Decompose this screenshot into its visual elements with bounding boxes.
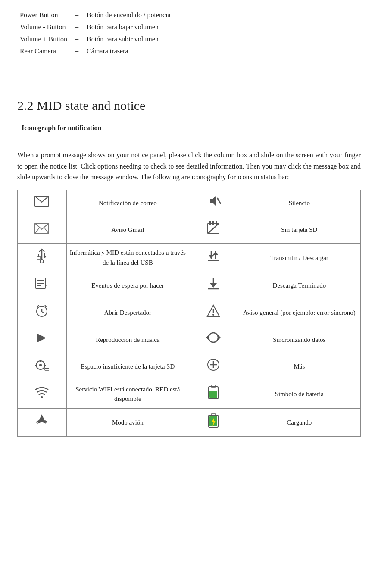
sub-heading: Iconograph for notification — [22, 123, 361, 133]
svg-point-52 — [41, 396, 43, 398]
svg-rect-55 — [209, 391, 217, 398]
svg-line-1 — [217, 198, 221, 204]
svg-point-41 — [39, 364, 42, 366]
icon-table-row: Informática y MID están conectados a tra… — [18, 244, 361, 272]
left-label-2: Informática y MID están conectados a tra… — [66, 244, 189, 272]
svg-line-3 — [35, 228, 39, 234]
icon-table-row: Notificación de correo Silencio — [18, 190, 361, 216]
right-label-7: Símbolo de batería — [238, 380, 360, 408]
left-icon-alarm — [18, 299, 67, 326]
right-label-2: Transmitir / Descargar — [238, 244, 360, 272]
description-text: When a prompt message shows on your noti… — [17, 150, 361, 183]
intro-desc: Botón para subir volumen — [85, 34, 172, 45]
svg-marker-20 — [213, 251, 218, 255]
right-icon-sync — [189, 326, 238, 353]
icon-table-row: Abrir Despertador Aviso general (por eje… — [18, 299, 361, 326]
right-icon-more — [189, 353, 238, 380]
left-label-3: Eventos de espera por hacer — [66, 272, 189, 299]
left-icon-pending: 1 — [18, 272, 67, 299]
left-icon-email — [18, 190, 67, 216]
right-icon-no-sd — [189, 216, 238, 244]
intro-eq: = — [70, 9, 84, 21]
svg-line-32 — [37, 305, 39, 307]
left-label-1: Aviso Gmail — [66, 216, 189, 244]
icon-table-row: Reproducción de música Sincronizando dat… — [18, 326, 361, 353]
svg-rect-6 — [209, 221, 211, 225]
svg-marker-37 — [37, 334, 46, 342]
intro-desc: Botón para bajar volumen — [85, 22, 172, 33]
svg-point-36 — [212, 314, 214, 316]
left-label-7: Servicio WIFI está conectado, RED está d… — [66, 380, 189, 408]
right-label-5: Sincronizando datos — [238, 326, 360, 353]
icon-table-row: Aviso Gmail Sin tarjeta SD — [18, 216, 361, 244]
right-label-8: Cargando — [238, 408, 360, 436]
icon-table: Notificación de correo Silencio Aviso Gm… — [17, 190, 361, 437]
right-label-4: Aviso general (por ejemplo: error síncro… — [238, 299, 360, 326]
svg-marker-18 — [209, 255, 214, 259]
left-label-4: Abrir Despertador — [66, 299, 189, 326]
icon-table-row: 1 Eventos de espera por hacer Descarga T… — [18, 272, 361, 299]
intro-label: Volume - Button — [18, 22, 69, 33]
svg-marker-15 — [43, 256, 47, 258]
intro-eq: = — [70, 34, 84, 45]
icon-table-row: Espacio insuficiente de la tarjeta SD Má… — [18, 353, 361, 380]
intro-row: Power Button = Botón de encendido / pote… — [18, 9, 172, 21]
svg-rect-8 — [216, 221, 217, 225]
left-icon-music — [18, 326, 67, 353]
right-icon-warning — [189, 299, 238, 326]
left-icon-sd-low — [18, 353, 67, 380]
left-label-6: Espacio insuficiente de la tarjeta SD — [66, 353, 189, 380]
section-title: 2.2 MID state and notice — [17, 96, 361, 115]
right-label-3: Descarga Terminado — [238, 272, 360, 299]
left-label-8: Modo avión — [66, 408, 189, 436]
intro-label: Power Button — [18, 9, 69, 21]
right-icon-silent — [189, 190, 238, 216]
intro-row: Volume + Button = Botón para subir volum… — [18, 34, 172, 45]
right-icon-transfer — [189, 244, 238, 272]
right-icon-download-done — [189, 272, 238, 299]
svg-text:1: 1 — [45, 284, 48, 290]
icon-table-row: Servicio WIFI está conectado, RED está d… — [18, 380, 361, 408]
svg-rect-7 — [212, 221, 214, 225]
left-icon-gmail — [18, 216, 67, 244]
left-label-5: Reproducción de música — [66, 326, 189, 353]
svg-line-31 — [42, 312, 44, 313]
right-icon-battery — [189, 380, 238, 408]
intro-eq: = — [70, 22, 84, 33]
right-icon-charging — [189, 408, 238, 436]
left-icon-wifi — [18, 380, 67, 408]
svg-line-33 — [45, 305, 47, 307]
intro-label: Rear Camera — [18, 46, 69, 57]
intro-desc: Cámara trasera — [85, 46, 172, 57]
left-icon-usb — [18, 244, 67, 272]
intro-row: Volume - Button = Botón para bajar volum… — [18, 22, 172, 33]
svg-marker-27 — [210, 283, 217, 288]
intro-row: Rear Camera = Cámara trasera — [18, 46, 172, 57]
right-label-0: Silencio — [238, 190, 360, 216]
intro-label: Volume + Button — [18, 34, 69, 45]
left-icon-airplane — [18, 408, 67, 436]
intro-desc: Botón de encendido / potencia — [85, 9, 172, 21]
left-label-0: Notificación de correo — [66, 190, 189, 216]
intro-eq: = — [70, 46, 84, 57]
right-label-6: Más — [238, 353, 360, 380]
svg-marker-39 — [206, 335, 209, 340]
icon-table-row: Modo avión Cargando — [18, 408, 361, 436]
svg-line-4 — [45, 228, 49, 234]
intro-table: Power Button = Botón de encendido / pote… — [17, 9, 173, 58]
right-label-1: Sin tarjeta SD — [238, 216, 360, 244]
svg-line-9 — [208, 223, 219, 234]
svg-rect-13 — [37, 257, 41, 259]
